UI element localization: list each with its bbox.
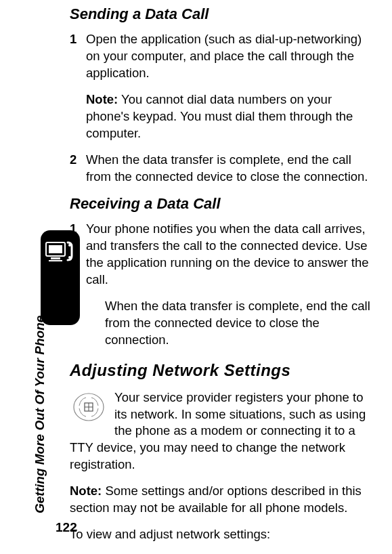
network-subscription-dependent-feature-icon (70, 391, 108, 423)
note-lead: Note: (70, 484, 102, 498)
step-number: 2 (70, 152, 86, 186)
note-lead: Note: (86, 92, 118, 106)
heading-receiving-data-call: Receiving a Data Call (70, 195, 372, 213)
step-number: 1 (70, 31, 86, 82)
intro-text: Your service provider registers your pho… (70, 390, 366, 472)
note-text: Some settings and/or options described i… (70, 484, 362, 515)
step-text: Open the application (such as dial-up-ne… (86, 31, 372, 82)
page-content: Sending a Data Call 1 Open the applicati… (70, 5, 372, 554)
step-item: 1 Your phone notifies you when the data … (70, 221, 372, 289)
svg-rect-3 (49, 260, 62, 261)
svg-rect-1 (49, 245, 62, 253)
manual-page: Getting More Out Of Your Phone 122 Sendi… (0, 0, 392, 554)
step-text: When the data transfer is complete, end … (86, 152, 372, 186)
svg-rect-2 (51, 257, 60, 259)
note: Note: You cannot dial data numbers on yo… (86, 91, 372, 142)
heading-sending-data-call: Sending a Data Call (70, 5, 372, 23)
section-running-head: Getting More Out Of Your Phone (32, 316, 47, 513)
note: Note: Some settings and/or options descr… (70, 483, 372, 517)
step-number: 1 (70, 221, 86, 289)
heading-adjusting-network-settings: Adjusting Network Settings (70, 361, 372, 380)
step-text: When the data transfer is complete, end … (105, 298, 372, 349)
step-item: 2 When the data transfer is complete, en… (70, 152, 372, 186)
step-text: Your phone notifies you when the data ca… (86, 221, 372, 289)
step-item: 2 When the data transfer is complete, en… (70, 298, 372, 349)
step-item: 1 Open the application (such as dial-up-… (70, 31, 372, 82)
note-text: You cannot dial data numbers on your pho… (86, 92, 353, 140)
step-text-content: Your phone notifies you when the data ca… (86, 221, 369, 286)
lead-in-text: To view and adjust network settings: (70, 526, 372, 543)
step-number: 2 (70, 298, 86, 349)
intro-paragraph: Your service provider registers your pho… (70, 389, 372, 474)
